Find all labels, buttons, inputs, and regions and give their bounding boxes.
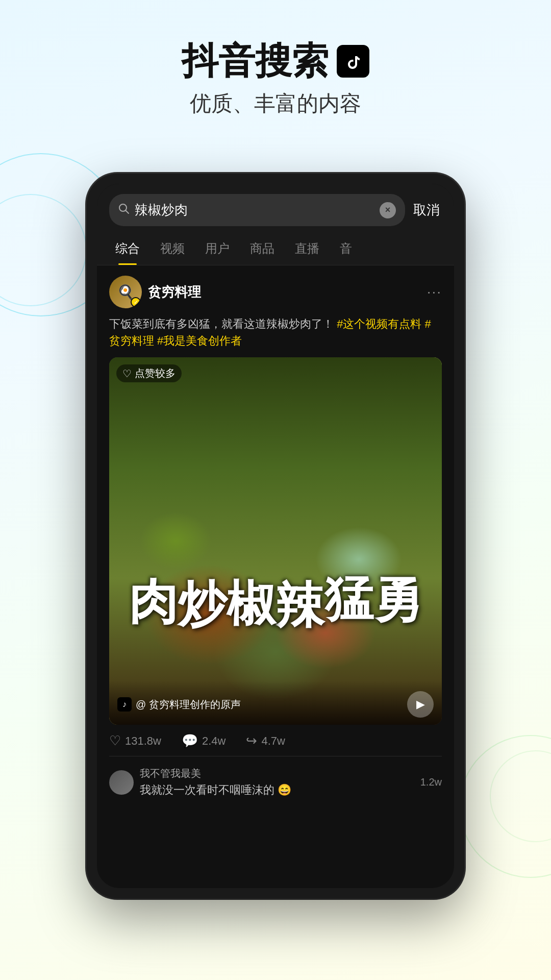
more-options-icon[interactable]: ··· xyxy=(427,284,442,300)
comment-icon: 💬 xyxy=(182,733,198,749)
post-desc-text: 下饭菜到底有多凶猛，就看这道辣椒炒肉了！ xyxy=(109,317,334,330)
comment-preview: 我不管我最美 我就没一次看时不咽唾沫的 😄 1.2w xyxy=(109,756,442,802)
tab-video[interactable]: 视频 xyxy=(150,232,195,265)
tab-user[interactable]: 用户 xyxy=(195,232,240,265)
app-title: 抖音搜索 xyxy=(0,41,551,81)
commenter-avatar xyxy=(109,770,134,795)
post-card: 🍳 ✓ 贫穷料理 ··· 下饭菜到底有多凶猛，就看这道辣椒炒肉了！ #这个视频有… xyxy=(97,265,454,802)
verified-badge: ✓ xyxy=(131,297,141,307)
search-bar: 辣椒炒肉 × 取消 xyxy=(97,184,454,232)
phone-frame: 辣椒炒肉 × 取消 综合 视频 用户 商品 xyxy=(87,174,464,898)
shares-stat[interactable]: ↪ 4.7w xyxy=(246,733,285,749)
svg-line-1 xyxy=(126,211,129,214)
user-info[interactable]: 🍳 ✓ 贫穷料理 xyxy=(109,276,201,308)
search-icon xyxy=(118,203,130,217)
search-input-container[interactable]: 辣椒炒肉 × xyxy=(109,194,405,226)
comments-stat[interactable]: 💬 2.4w xyxy=(182,733,226,749)
app-subtitle: 优质、丰富的内容 xyxy=(0,89,551,118)
comment-content: 我不管我最美 我就没一次看时不咽唾沫的 😄 xyxy=(140,767,291,798)
comment-row: 我不管我最美 我就没一次看时不咽唾沫的 😄 1.2w xyxy=(109,763,442,802)
search-query: 辣椒炒肉 xyxy=(135,201,374,219)
post-header: 🍳 ✓ 贫穷料理 ··· xyxy=(109,276,442,308)
commenter-name: 我不管我最美 xyxy=(140,767,291,780)
tiktok-logo-icon xyxy=(337,45,369,78)
video-overlay-text: 勇猛辣椒炒肉 xyxy=(129,538,422,544)
video-text-overlay: 勇猛辣椒炒肉 xyxy=(109,357,442,725)
header: 抖音搜索 优质、丰富的内容 xyxy=(0,0,551,138)
tiktok-note-icon: ♪ xyxy=(117,697,132,712)
phone-screen: 辣椒炒肉 × 取消 综合 视频 用户 商品 xyxy=(97,184,454,888)
video-bottom-bar: ♪ @ 贫穷料理创作的原声 ▶ xyxy=(109,681,442,725)
play-button[interactable]: ▶ xyxy=(407,691,434,718)
search-cancel-button[interactable]: 取消 xyxy=(411,201,442,219)
comment-likes-count: 1.2w xyxy=(420,776,442,788)
title-text: 抖音搜索 xyxy=(182,41,329,81)
post-description: 下饭菜到底有多凶猛，就看这道辣椒炒肉了！ #这个视频有点料 #贫穷料理 #我是美… xyxy=(109,315,442,349)
tab-comprehensive[interactable]: 综合 xyxy=(105,232,150,265)
audio-info: ♪ @ 贫穷料理创作的原声 xyxy=(117,697,241,712)
post-stats: ♡ 131.8w 💬 2.4w ↪ 4.7w xyxy=(109,725,442,756)
search-results: 🍳 ✓ 贫穷料理 ··· 下饭菜到底有多凶猛，就看这道辣椒炒肉了！ #这个视频有… xyxy=(97,265,454,802)
phone-mockup: 辣椒炒肉 × 取消 综合 视频 用户 商品 xyxy=(87,174,464,898)
avatar: 🍳 ✓ xyxy=(109,276,142,308)
video-thumbnail[interactable]: ♡ 点赞较多 勇猛辣椒炒肉 ♪ @ 贫穷料理创作的原声 xyxy=(109,357,442,725)
search-tabs: 综合 视频 用户 商品 直播 音 xyxy=(97,232,454,265)
like-icon: ♡ xyxy=(109,733,121,749)
likes-count: 131.8w xyxy=(125,734,161,748)
share-icon: ↪ xyxy=(246,733,257,749)
search-clear-button[interactable]: × xyxy=(380,202,396,218)
shares-count: 4.7w xyxy=(261,734,285,748)
comment-text: 我就没一次看时不咽唾沫的 😄 xyxy=(140,782,291,798)
tab-product[interactable]: 商品 xyxy=(240,232,285,265)
tab-live[interactable]: 直播 xyxy=(285,232,330,265)
username: 贫穷料理 xyxy=(148,283,201,301)
tab-audio[interactable]: 音 xyxy=(330,232,362,265)
likes-stat[interactable]: ♡ 131.8w xyxy=(109,733,161,749)
audio-text: @ 贫穷料理创作的原声 xyxy=(136,698,241,712)
comments-count: 2.4w xyxy=(202,734,226,748)
